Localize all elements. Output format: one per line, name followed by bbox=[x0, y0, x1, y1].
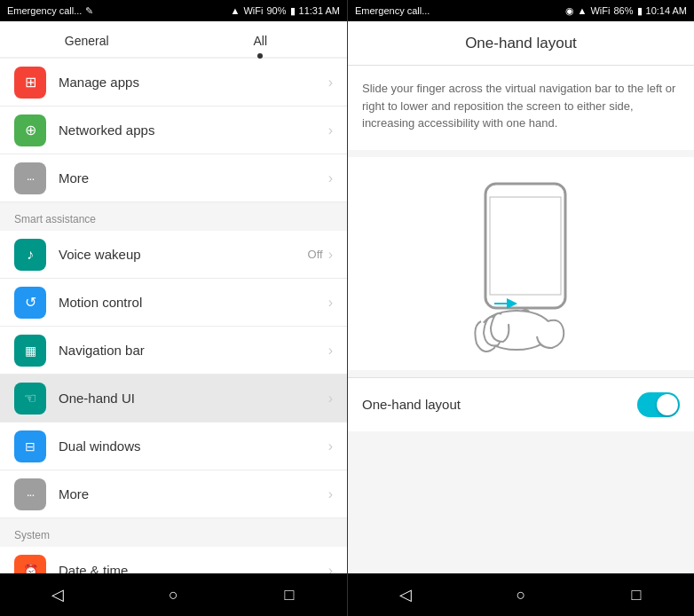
more-1-icon bbox=[14, 162, 46, 194]
left-nav-bar: ◁ ○ □ bbox=[0, 573, 347, 616]
home-button[interactable]: ○ bbox=[155, 577, 191, 612]
right-status-bar: Emergency call... ◉ ▲ WiFi 86% ▮ 10:14 A… bbox=[348, 0, 694, 21]
left-panel: Emergency call... ✎ ▲ WiFi 90% ▮ 11:31 A… bbox=[0, 0, 347, 616]
dual-windows-icon bbox=[14, 430, 46, 462]
back-button[interactable]: ◁ bbox=[40, 577, 75, 612]
chevron-icon: › bbox=[328, 75, 333, 91]
right-battery-percent: 86% bbox=[613, 5, 633, 16]
left-status-bar: Emergency call... ✎ ▲ WiFi 90% ▮ 11:31 A… bbox=[0, 0, 347, 21]
chevron-icon: › bbox=[328, 343, 333, 359]
date-time-label: Date & time bbox=[59, 563, 328, 573]
description-box: Slide your finger across the virtual nav… bbox=[348, 66, 694, 150]
list-item-manage-apps[interactable]: Manage apps › bbox=[0, 59, 347, 107]
right-nav-bar: ◁ ○ □ bbox=[348, 573, 694, 616]
list-item-one-hand-ui[interactable]: One-hand UI › bbox=[0, 375, 347, 423]
list-item-navigation-bar[interactable]: Navigation bar › bbox=[0, 327, 347, 375]
dual-windows-label: Dual windows bbox=[59, 438, 328, 454]
list-item-voice-wakeup[interactable]: Voice wakeup Off › bbox=[0, 231, 347, 279]
right-home-button[interactable]: ○ bbox=[503, 577, 539, 612]
more-2-label: More bbox=[59, 486, 328, 501]
toggle-label: One-hand layout bbox=[362, 397, 637, 412]
navigation-bar-icon bbox=[14, 335, 46, 367]
chevron-icon: › bbox=[328, 563, 333, 574]
smart-assistance-header: Smart assistance bbox=[0, 202, 347, 231]
toggle-row: One-hand layout bbox=[348, 377, 694, 431]
status-bar-left: Emergency call... ✎ bbox=[7, 5, 93, 17]
right-battery-icon: ▮ bbox=[637, 5, 643, 17]
system-header: System bbox=[0, 518, 347, 547]
list-item-more-1[interactable]: More › bbox=[0, 154, 347, 202]
description-text: Slide your finger across the virtual nav… bbox=[362, 80, 680, 132]
time-display: 11:31 AM bbox=[299, 5, 340, 16]
tab-all[interactable]: All bbox=[174, 21, 348, 57]
more-2-icon bbox=[14, 478, 46, 510]
location-icon: ◉ bbox=[565, 5, 574, 17]
list-item-motion-control[interactable]: Motion control › bbox=[0, 279, 347, 327]
wifi-icon: WiFi bbox=[243, 5, 263, 16]
chevron-icon: › bbox=[328, 122, 333, 138]
right-panel: Emergency call... ◉ ▲ WiFi 86% ▮ 10:14 A… bbox=[347, 0, 694, 616]
emergency-call-text: Emergency call... bbox=[7, 5, 82, 16]
battery-icon: ▮ bbox=[290, 5, 296, 17]
list-item-dual-windows[interactable]: Dual windows › bbox=[0, 423, 347, 470]
signal-icon: ▲ bbox=[231, 5, 241, 16]
date-time-icon bbox=[14, 555, 46, 574]
right-recent-button[interactable]: □ bbox=[619, 577, 654, 612]
right-title-bar: One-hand layout bbox=[348, 21, 694, 66]
motion-control-icon bbox=[14, 287, 46, 319]
chevron-icon: › bbox=[328, 170, 333, 186]
one-hand-ui-icon bbox=[14, 383, 46, 415]
right-time-display: 10:14 AM bbox=[646, 5, 687, 16]
recent-button[interactable]: □ bbox=[272, 577, 307, 612]
right-status-right: ◉ ▲ WiFi 86% ▮ 10:14 AM bbox=[565, 5, 687, 17]
right-status-left: Emergency call... bbox=[355, 5, 430, 16]
chevron-icon: › bbox=[328, 247, 333, 263]
toggle-knob bbox=[657, 394, 678, 415]
chevron-icon: › bbox=[328, 295, 333, 311]
list-item-more-2[interactable]: More › bbox=[0, 470, 347, 518]
status-bar-right: ▲ WiFi 90% ▮ 11:31 AM bbox=[231, 5, 340, 17]
voice-wakeup-value: Off bbox=[308, 248, 323, 261]
edit-icon: ✎ bbox=[85, 5, 93, 17]
phone-hand-illustration bbox=[432, 175, 610, 352]
chevron-icon: › bbox=[328, 486, 333, 502]
list-item-networked-apps[interactable]: Networked apps › bbox=[0, 107, 347, 154]
right-emergency-text: Emergency call... bbox=[355, 5, 430, 16]
more-1-label: More bbox=[59, 170, 328, 186]
right-signal-icon: ▲ bbox=[578, 5, 588, 16]
tab-bar: General All bbox=[0, 21, 347, 59]
networked-apps-icon bbox=[14, 115, 46, 146]
right-content: Slide your finger across the virtual nav… bbox=[348, 66, 694, 573]
voice-wakeup-icon bbox=[14, 239, 46, 271]
one-hand-ui-label: One-hand UI bbox=[59, 391, 328, 406]
manage-apps-label: Manage apps bbox=[59, 75, 328, 90]
page-title: One-hand layout bbox=[465, 35, 577, 52]
one-hand-layout-toggle[interactable] bbox=[637, 392, 680, 417]
right-wifi-icon: WiFi bbox=[590, 5, 610, 16]
manage-apps-icon bbox=[14, 67, 46, 99]
navigation-bar-label: Navigation bar bbox=[59, 343, 328, 358]
illustration-box bbox=[348, 157, 694, 370]
chevron-icon: › bbox=[328, 438, 333, 454]
right-back-button[interactable]: ◁ bbox=[388, 577, 423, 612]
tab-general[interactable]: General bbox=[0, 21, 174, 57]
networked-apps-label: Networked apps bbox=[59, 122, 328, 138]
svg-rect-1 bbox=[490, 197, 561, 295]
chevron-icon: › bbox=[328, 391, 333, 407]
voice-wakeup-label: Voice wakeup bbox=[59, 247, 308, 262]
settings-list: Manage apps › Networked apps › More › Sm… bbox=[0, 59, 347, 573]
motion-control-label: Motion control bbox=[59, 295, 328, 310]
battery-percent: 90% bbox=[266, 5, 286, 16]
list-item-date-time[interactable]: Date & time › bbox=[0, 547, 347, 573]
